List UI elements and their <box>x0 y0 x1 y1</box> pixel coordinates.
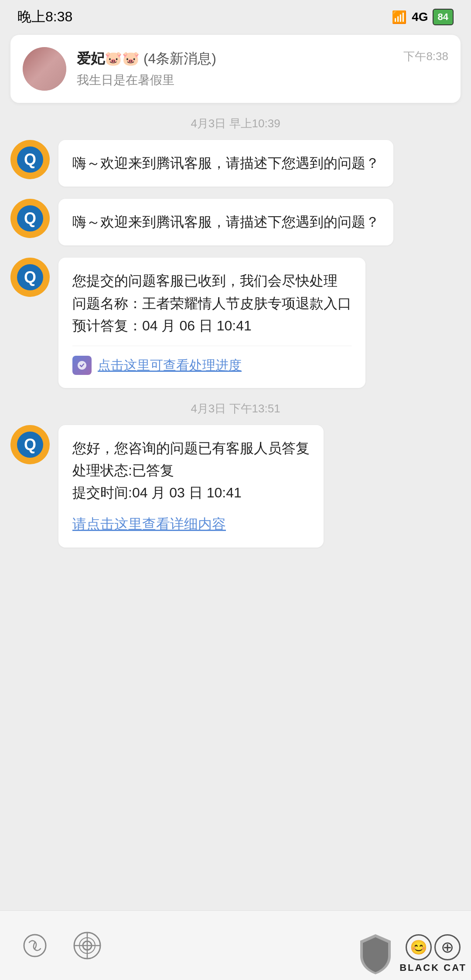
notification-content: 爱妃🐷🐷 (4条新消息) 我生日是在暑假里 <box>77 49 393 88</box>
smiley-icon: 😊 <box>406 934 432 960</box>
mini-program-button[interactable] <box>17 928 52 963</box>
msg3-main-text: 您提交的问题客服已收到，我们会尽快处理 问题名称：王者荣耀情人节皮肤专项退款入口… <box>72 270 352 337</box>
voice-button[interactable] <box>70 928 105 963</box>
bottom-toolbar: 😊 ⊕ BLACK CAT <box>0 910 471 980</box>
timestamp-2: 4月3日 下午13:51 <box>10 401 461 416</box>
timestamp-1: 4月3日 早上10:39 <box>10 116 461 131</box>
msg4-link-text[interactable]: 请点击这里查看详细内容 <box>72 513 226 535</box>
message-row-2: Q 嗨～欢迎来到腾讯客服，请描述下您遇到的问题？ <box>10 199 461 245</box>
message-row-1: Q 嗨～欢迎来到腾讯客服，请描述下您遇到的问题？ <box>10 140 461 187</box>
crosshair-icon: ⊕ <box>434 934 461 960</box>
status-bar: 晚上8:38 📶 4G 84 <box>0 0 471 31</box>
msg4-main-text: 您好，您咨询的问题已有客服人员答复 处理状态:已答复 提交时间:04 月 03 … <box>72 437 310 504</box>
msg4-link-row[interactable]: 请点击这里查看详细内容 <box>72 509 310 535</box>
msg3-link-row[interactable]: 点击这里可查看处理进度 <box>72 346 352 376</box>
notification-card[interactable]: 爱妃🐷🐷 (4条新消息) 我生日是在暑假里 下午8:38 <box>10 35 461 103</box>
message-row-4: Q 您好，您咨询的问题已有客服人员答复 处理状态:已答复 提交时间:04 月 0… <box>10 425 461 548</box>
msg3-link-text[interactable]: 点击这里可查看处理进度 <box>98 355 242 376</box>
message-row-3: Q 您提交的问题客服已收到，我们会尽快处理 问题名称：王者荣耀情人节皮肤专项退款… <box>10 258 461 388</box>
message-bubble-3: 您提交的问题客服已收到，我们会尽快处理 问题名称：王者荣耀情人节皮肤专项退款入口… <box>58 258 365 388</box>
message-bubble-2: 嗨～欢迎来到腾讯客服，请描述下您遇到的问题？ <box>58 199 393 245</box>
bot-avatar-3: Q <box>10 258 50 297</box>
blackcat-shield-icon <box>356 932 395 976</box>
message-preview: 我生日是在暑假里 <box>77 72 393 88</box>
chat-area: 4月3日 早上10:39 Q 嗨～欢迎来到腾讯客服，请描述下您遇到的问题？ Q … <box>0 116 471 548</box>
blackcat-text: BLACK CAT <box>399 962 467 973</box>
message-bubble-4: 您好，您咨询的问题已有客服人员答复 处理状态:已答复 提交时间:04 月 03 … <box>58 425 324 548</box>
status-icons: 📶 4G 84 <box>392 9 454 25</box>
contact-name: 爱妃🐷🐷 (4条新消息) <box>77 49 393 68</box>
network-type: 4G <box>412 10 428 24</box>
notification-time: 下午8:38 <box>403 49 448 64</box>
contact-avatar <box>23 47 66 91</box>
blackcat-watermark: 😊 ⊕ BLACK CAT <box>352 928 471 980</box>
bot-avatar-1: Q <box>10 140 50 179</box>
bot-avatar-2: Q <box>10 199 50 238</box>
link-icon-3 <box>72 356 92 375</box>
bot-avatar-4: Q <box>10 425 50 464</box>
signal-icon: 📶 <box>392 10 407 24</box>
status-time: 晚上8:38 <box>17 7 72 27</box>
battery-icon: 84 <box>433 9 454 25</box>
message-bubble-1: 嗨～欢迎来到腾讯客服，请描述下您遇到的问题？ <box>58 140 393 187</box>
